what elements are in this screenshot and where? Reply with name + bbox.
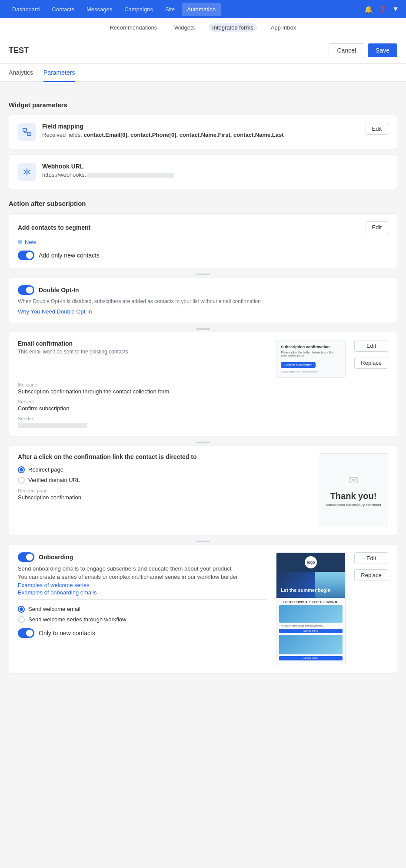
redirect-page-option[interactable]: Redirect page (18, 466, 310, 473)
page-title: TEST (9, 46, 29, 55)
nav-campaigns[interactable]: Campaigns (119, 3, 158, 16)
onboarding-desc2: You can create a series of emails or com… (18, 574, 267, 580)
cancel-button[interactable]: Cancel (329, 43, 364, 57)
tab-analytics[interactable]: Analytics (9, 64, 33, 82)
ob-preview-subtitle: BEST PROPOSALS FOR THIS MONTH (279, 601, 343, 604)
page-header: TEST Cancel Save (0, 37, 406, 64)
svg-rect-0 (23, 129, 27, 131)
message-value: Subscription confirmation through the co… (18, 388, 388, 395)
only-new-contacts-toggle-row: Only to new contacts (18, 628, 267, 638)
segment-name: New (25, 239, 36, 245)
double-opt-in-card: Double Opt-In When Double Opt-In is disa… (9, 277, 397, 323)
email-confirmation-title: Email confirmation (18, 340, 267, 347)
sender-placeholder (18, 423, 87, 428)
subject-value: Confirm subscription (18, 405, 388, 412)
onboarding-divider (18, 599, 267, 600)
sub-nav-widgets[interactable]: Widgets (171, 23, 198, 32)
onboarding-title: Onboarding (39, 554, 73, 561)
sub-nav-integrated-forms[interactable]: Integrated forms (209, 23, 257, 32)
ob-preview-img1 (279, 605, 343, 623)
onboarding-link2[interactable]: Examples of onboarding emails (18, 589, 267, 596)
onboarding-desc1: Send onboarding emails to engage subscri… (18, 565, 267, 572)
onboarding-link1[interactable]: Examples of welcome series (18, 582, 267, 588)
ob-hero-image (315, 572, 345, 598)
tab-parameters[interactable]: Parameters (43, 64, 75, 82)
verified-domain-radio[interactable] (18, 477, 25, 484)
action-after-subscription-title: Action after subscription (9, 200, 397, 207)
svg-point-2 (26, 171, 28, 173)
save-button[interactable]: Save (368, 43, 397, 57)
send-welcome-series-option[interactable]: Send welcome series through workflow (18, 616, 267, 623)
help-icon[interactable]: ❓ (378, 5, 387, 13)
sub-nav: Recommendations Widgets Integrated forms… (0, 18, 406, 37)
ob-hero-text: Let the summer begin (281, 587, 330, 593)
webhook-card: Webhook URL https://webhooks. (9, 155, 397, 189)
doi-toggle[interactable] (18, 285, 34, 295)
content: Widget parameters Field mapping Received… (0, 82, 406, 687)
thank-you-subtitle: Subscription successfully confirmed (326, 503, 381, 507)
confirmation-link-title: After a click on the confirmation link t… (18, 453, 310, 460)
ob-logo-circle: logo (305, 556, 317, 568)
doi-description: When Double Opt-In is disabled, subscrib… (18, 298, 388, 304)
ec-preview-title: Subscription confirmation (281, 345, 341, 349)
widget-parameters-title: Widget parameters (9, 101, 397, 109)
dropdown-icon[interactable]: ▼ (392, 5, 399, 13)
send-welcome-email-option[interactable]: Send welcome email (18, 606, 267, 613)
doi-learn-more-link[interactable]: Why You Need Double Opt-In (18, 308, 92, 315)
nav-contacts[interactable]: Contacts (47, 3, 80, 16)
field-mapping-icon (18, 123, 36, 141)
ec-preview-footer: Unsubscribe from our newsletter (281, 370, 341, 373)
onboarding-edit-button[interactable]: Edit (354, 552, 388, 564)
ob-preview-logo: logo (276, 553, 345, 572)
doi-title-row: Double Opt-In (18, 285, 388, 295)
add-contacts-card: Add contacts to segment Edit New Add onl… (9, 213, 397, 268)
top-nav: Dashboard Contacts Messages Campaigns Si… (0, 0, 406, 18)
add-contacts-edit-button[interactable]: Edit (366, 221, 388, 233)
email-confirmation-edit-button[interactable]: Edit (354, 340, 388, 352)
only-new-contacts-toggle[interactable] (18, 628, 34, 638)
ec-preview-button: Confirm subscription (281, 362, 316, 368)
ob-preview-cta2: MORE INFO (279, 656, 343, 660)
email-confirmation-card: Email confirmation This email won't be s… (9, 332, 397, 436)
nav-dashboard[interactable]: Dashboard (7, 3, 45, 16)
send-welcome-email-label: Send welcome email (28, 606, 80, 612)
ob-preview-body-text: Thanks for joining our free newsletter..… (279, 624, 343, 627)
email-confirmation-content: Email confirmation This email won't be s… (18, 340, 267, 361)
segment-tag: New (18, 239, 36, 245)
header-buttons: Cancel Save (329, 43, 397, 57)
send-welcome-series-label: Send welcome series through workflow (28, 616, 126, 623)
webhook-title: Webhook URL (42, 163, 388, 170)
confirmation-link-preview: ✉ Thank you! Subscription successfully c… (319, 453, 388, 527)
confirmation-link-content: After a click on the confirmation link t… (18, 453, 310, 501)
bell-icon[interactable]: 🔔 (364, 5, 373, 13)
redirect-page-radio[interactable] (18, 466, 25, 473)
email-confirmation-buttons: Edit Replace (354, 340, 388, 369)
onboarding-toggle[interactable] (18, 552, 34, 562)
nav-site[interactable]: Site (160, 3, 180, 16)
sub-nav-app-inbox[interactable]: App Inbox (267, 23, 300, 32)
thank-you-text: Thank you! (330, 491, 377, 501)
add-contacts-title: Add contacts to segment (18, 224, 90, 231)
confirmation-link-card: After a click on the confirmation link t… (9, 445, 397, 535)
only-new-contacts-label: Only to new contacts (39, 630, 95, 637)
email-confirmation-replace-button[interactable]: Replace (354, 357, 388, 369)
doi-title-text: Double Opt-In (39, 287, 79, 294)
add-only-new-label: Add only new contacts (39, 252, 100, 259)
verified-domain-option[interactable]: Verified domain URL (18, 477, 310, 484)
webhook-icon (18, 163, 36, 181)
send-welcome-email-radio[interactable] (18, 606, 25, 613)
add-only-new-toggle[interactable] (18, 251, 34, 260)
onboarding-top: Onboarding Send onboarding emails to eng… (18, 552, 388, 665)
nav-automation[interactable]: Automation (182, 3, 221, 16)
field-mapping-edit-button[interactable]: Edit (366, 123, 388, 135)
nav-messages[interactable]: Messages (81, 3, 117, 16)
onboarding-card: Onboarding Send onboarding emails to eng… (9, 544, 397, 673)
sub-nav-recommendations[interactable]: Recommendations (106, 23, 160, 32)
email-confirmation-preview: Subscription confirmation Please click t… (276, 340, 346, 378)
send-welcome-series-radio[interactable] (18, 616, 25, 623)
add-contacts-header: Add contacts to segment Edit (18, 221, 388, 233)
webhook-content: Webhook URL https://webhooks. (42, 163, 388, 178)
onboarding-buttons: Edit Replace (354, 552, 388, 581)
webhook-url: https://webhooks. (42, 172, 388, 178)
onboarding-replace-button[interactable]: Replace (354, 569, 388, 581)
